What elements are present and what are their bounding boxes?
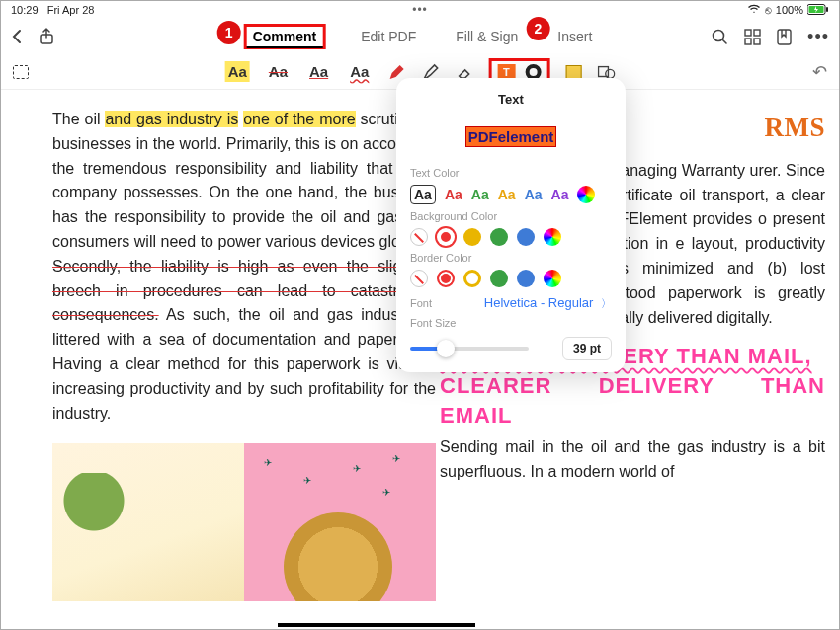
bg-color-green[interactable] xyxy=(490,228,508,246)
image-row: ✈ ✈ ✈ ✈ ✈ xyxy=(52,443,436,601)
text-color-green[interactable]: Aa xyxy=(471,187,489,202)
tool-highlight[interactable]: Aa xyxy=(225,61,250,82)
callout-badge-1: 1 xyxy=(217,21,241,44)
bg-color-blue[interactable] xyxy=(517,228,535,246)
status-right: ⎋ 100% xyxy=(747,4,829,17)
tool-strikeout[interactable]: Aa xyxy=(266,61,291,82)
text-color-purple[interactable]: Aa xyxy=(551,187,569,202)
border-color-red[interactable] xyxy=(437,270,455,287)
svg-rect-8 xyxy=(754,39,760,44)
text: As such, the oil and gas industry is lit… xyxy=(52,306,436,421)
text-properties-popover[interactable]: Text PDFelement Text Color Aa Aa Aa Aa A… xyxy=(396,78,626,372)
text-sample-preview: PDFelement xyxy=(410,128,612,145)
text: scrutinized businesses in the world. Pri… xyxy=(52,111,436,250)
heading-pink-line2: CLEARER DELIVERY THAN EMAIL xyxy=(440,373,825,428)
share-icon[interactable] xyxy=(39,28,54,45)
highlight-annot[interactable]: and gas industry is xyxy=(105,111,238,127)
bookmark-icon[interactable] xyxy=(777,29,792,45)
border-color-label: Border Color xyxy=(410,252,612,264)
border-color-custom[interactable] xyxy=(544,270,561,287)
text-color-red[interactable]: Aa xyxy=(445,187,462,202)
battery-pct: 100% xyxy=(776,4,803,16)
tab-insert[interactable]: Insert xyxy=(557,29,592,44)
text-color-custom[interactable] xyxy=(577,186,595,203)
status-left: 10:29 Fri Apr 28 xyxy=(11,4,94,16)
app-top-nav: 1 Comment Edit PDF Fill & Sign 2 Insert … xyxy=(1,19,839,54)
bluetooth-icon: ⎋ xyxy=(765,4,772,16)
font-value: Helvetica - Regular xyxy=(484,295,594,310)
font-size-label: Font Size xyxy=(410,317,612,329)
callout-badge-2: 2 xyxy=(526,17,549,40)
thumbnails-icon[interactable] xyxy=(744,29,761,45)
tab-comment-label: Comment xyxy=(253,29,317,44)
svg-rect-5 xyxy=(745,30,751,36)
text: The oil xyxy=(52,111,105,127)
popover-title: Text xyxy=(410,92,612,107)
border-color-row xyxy=(410,270,612,287)
tab-fill-sign[interactable]: Fill & Sign xyxy=(452,23,522,50)
tab-edit-pdf[interactable]: Edit PDF xyxy=(357,23,420,50)
font-size-slider[interactable] xyxy=(410,347,529,351)
selection-box-icon xyxy=(13,65,29,79)
left-paragraph: The oil and gas industry is one of the m… xyxy=(52,108,436,426)
tool-squiggly[interactable]: Aa xyxy=(347,61,372,82)
highlight-annot[interactable]: one of the more xyxy=(243,111,355,127)
bg-color-label: Background Color xyxy=(410,210,612,222)
multitask-dots[interactable]: ••• xyxy=(412,3,428,17)
border-color-blue[interactable] xyxy=(517,270,535,287)
text-color-yellow[interactable]: Aa xyxy=(498,187,516,202)
svg-rect-7 xyxy=(745,39,751,44)
status-date: Fri Apr 28 xyxy=(47,4,95,16)
article-image-left xyxy=(52,443,244,601)
undo-icon[interactable]: ↶ xyxy=(812,61,827,83)
border-color-none[interactable] xyxy=(410,270,428,287)
clock: 10:29 xyxy=(11,4,39,16)
text-color-blue[interactable]: Aa xyxy=(525,187,543,202)
text-color-black[interactable]: Aa xyxy=(410,185,436,204)
tab-comment[interactable]: 1 Comment xyxy=(244,24,326,49)
tool-pencil[interactable] xyxy=(387,63,405,81)
article-image-right: ✈ ✈ ✈ ✈ ✈ xyxy=(244,443,436,601)
text-color-label: Text Color xyxy=(410,167,612,179)
nav-right: ••• xyxy=(712,27,829,47)
svg-rect-6 xyxy=(754,30,760,36)
area-select-tool[interactable] xyxy=(13,65,42,79)
svg-rect-9 xyxy=(778,30,791,44)
tool-underline[interactable]: Aa xyxy=(306,61,331,82)
text-color-row: Aa Aa Aa Aa Aa Aa xyxy=(410,185,612,204)
border-color-yellow[interactable] xyxy=(463,270,481,287)
battery-charging-icon xyxy=(807,4,829,17)
home-indicator xyxy=(278,623,475,627)
font-label: Font xyxy=(410,297,432,309)
bg-color-custom[interactable] xyxy=(544,228,561,246)
back-icon[interactable] xyxy=(11,29,23,44)
bg-color-yellow[interactable] xyxy=(463,228,481,246)
nav-left xyxy=(11,28,54,45)
more-icon[interactable]: ••• xyxy=(807,27,829,47)
search-icon[interactable] xyxy=(712,29,728,45)
bg-color-none[interactable] xyxy=(410,228,428,246)
sample-box: PDFelement xyxy=(465,126,557,147)
svg-rect-2 xyxy=(826,7,828,12)
slider-thumb[interactable] xyxy=(437,340,455,357)
font-row[interactable]: Font Helvetica - Regular 〉 xyxy=(410,295,612,311)
border-color-green[interactable] xyxy=(490,270,508,287)
palm-illustration xyxy=(62,473,141,601)
nav-tabs: 1 Comment Edit PDF Fill & Sign 2 Insert xyxy=(244,23,597,50)
ipad-status-bar: 10:29 Fri Apr 28 ••• ⎋ 100% xyxy=(1,1,839,19)
bg-color-red[interactable] xyxy=(437,228,455,246)
font-size-value[interactable]: 39 pt xyxy=(562,337,612,360)
svg-point-11 xyxy=(605,69,614,78)
left-column: The oil and gas industry is one of the m… xyxy=(52,108,436,630)
birds-illustration: ✈ ✈ ✈ ✈ ✈ xyxy=(244,443,436,601)
wifi-icon xyxy=(747,4,761,16)
right-paragraph-2: Sending mail in the oil and the gas indu… xyxy=(440,435,825,485)
chevron-right-icon: 〉 xyxy=(601,297,612,309)
font-size-row: 39 pt xyxy=(410,337,612,360)
bg-color-row xyxy=(410,228,612,246)
tool-sticky-note[interactable] xyxy=(565,65,581,79)
